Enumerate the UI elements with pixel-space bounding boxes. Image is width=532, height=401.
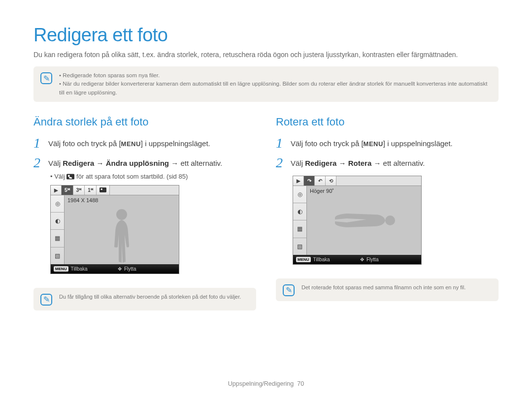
step-1-right: 1 Välj foto och tryck på [MENU] i uppspe… <box>276 136 499 150</box>
move-icon: ✥ <box>360 257 364 262</box>
toolbar-cell: ↶ <box>315 176 326 185</box>
toolbar-cell-selected: 5ᴹ <box>62 185 73 195</box>
step2-text: Välj <box>291 159 305 167</box>
toolbar-cell-selected: ↷ <box>304 176 315 185</box>
side-icon: ◐ <box>293 203 306 220</box>
section-title-rotate: Rotera ett foto <box>276 116 499 128</box>
note-icon: ✎ <box>283 284 295 296</box>
menu-chip: MENU <box>121 139 141 149</box>
start-image-icon <box>66 174 74 180</box>
page-footer: Uppspelning/Redigering 70 <box>0 380 532 387</box>
step1-text: ] i uppspelningsläget. <box>141 139 210 148</box>
screen-caption: 1984 X 1488 <box>67 197 98 203</box>
start-image-icon <box>100 187 106 192</box>
step-number: 2 <box>276 156 286 170</box>
page-title: Redigera ett foto <box>33 25 499 46</box>
toolbar-spacer <box>110 185 179 195</box>
side-icon: ◐ <box>51 213 64 230</box>
note-icon: ✎ <box>40 72 52 84</box>
side-icon: ◎ <box>51 195 64 213</box>
footer-chip: MENU <box>296 257 311 262</box>
step1-text: Välj foto och tryck på [ <box>291 139 364 148</box>
move-icon: ✥ <box>118 266 122 272</box>
note-text: Det roterade fotot sparas med samma filn… <box>301 283 466 292</box>
svg-point-3 <box>100 188 102 190</box>
side-icon: ▧ <box>293 238 306 255</box>
step2-bold: Redigera → Rotera <box>305 159 371 167</box>
section-title-resize: Ändra storlek på ett foto <box>33 116 256 128</box>
step2-bold: Redigera → Ändra upplösning <box>63 159 169 167</box>
step-2-left: 2 Välj Redigera → Ändra upplösning → ett… <box>33 156 256 170</box>
footer-chip: MENU <box>54 266 68 272</box>
top-note: ✎ Redigerade foton sparas som nya filer.… <box>33 66 499 102</box>
step2-text: → ett alternativ. <box>169 159 222 167</box>
svg-point-5 <box>385 216 395 225</box>
toolbar-spacer <box>336 176 421 185</box>
step-2-right: 2 Välj Redigera → Rotera → ett alternati… <box>276 156 499 170</box>
toolbar-cell: 1ᴹ <box>85 185 97 195</box>
note-text: Du får tillgång till olika alternativ be… <box>59 293 241 301</box>
step2-text: Välj <box>48 159 63 167</box>
step1-text: Välj foto och tryck på [ <box>48 139 121 148</box>
note-right: ✎ Det roterade fotot sparas med samma fi… <box>276 278 499 301</box>
toolbar-cell: ▶ <box>51 185 62 195</box>
toolbar-cell: ▶ <box>293 176 304 185</box>
footer-label: Tillbaka <box>313 257 330 262</box>
screen-caption: Höger 90˚ <box>310 188 334 194</box>
svg-point-1 <box>68 175 70 177</box>
footer-label: Tillbaka <box>71 266 88 272</box>
toolbar-cell: 3ᴹ <box>73 185 85 195</box>
camera-screen-resize: ▶ 5ᴹ 3ᴹ 1ᴹ ◎ ◐ ▦ ▧ 1984 X 1488 <box>50 185 179 274</box>
step-number: 1 <box>33 136 43 150</box>
side-icon: ▧ <box>51 247 64 264</box>
sub-bullet: Välj för att spara fotot som startbild. … <box>50 173 256 180</box>
person-silhouette <box>107 208 136 264</box>
footer-label: Flytta <box>366 257 378 262</box>
note-icon: ✎ <box>40 294 52 306</box>
step-number: 2 <box>33 156 43 170</box>
top-note-item: Redigerade foton sparas som nya filer. <box>59 71 490 80</box>
intro-text: Du kan redigera foton på olika sätt, t.e… <box>33 51 499 59</box>
camera-screen-rotate: ▶ ↷ ↶ ⟲ ◎ ◐ ▦ ▧ Höger 90˚ <box>293 176 422 265</box>
top-note-item: När du redigerar bilder konvertererar ka… <box>59 80 490 97</box>
step-1-left: 1 Välj foto och tryck på [MENU] i uppspe… <box>33 136 256 150</box>
svg-rect-2 <box>100 187 106 192</box>
side-icon: ▦ <box>51 230 64 247</box>
toolbar-cell: ⟲ <box>326 176 336 185</box>
step2-text: → ett alternativ. <box>371 159 425 167</box>
note-left: ✎ Du får tillgång till olika alternativ … <box>33 288 256 310</box>
toolbar-cell <box>97 185 110 195</box>
step-number: 1 <box>276 136 286 150</box>
step1-text: ] i uppspelningsläget. <box>383 139 453 148</box>
menu-chip: MENU <box>364 139 383 149</box>
person-silhouette-rotated <box>332 206 396 235</box>
svg-point-4 <box>116 209 127 220</box>
side-icon: ◎ <box>293 186 306 203</box>
side-icon: ▦ <box>293 220 306 238</box>
footer-label: Flytta <box>124 266 136 272</box>
